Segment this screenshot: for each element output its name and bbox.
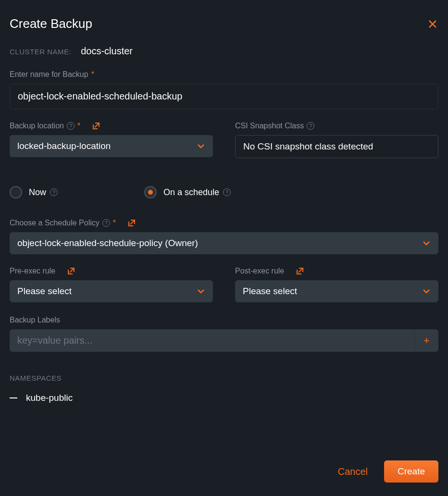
radio-now-label: Now: [29, 187, 46, 198]
schedule-mode-group: Now ? On a schedule ?: [10, 186, 438, 198]
pre-exec-label: Pre-exec rule: [10, 267, 213, 275]
post-exec-label: Post-exec rule: [235, 267, 438, 275]
create-backup-dialog: Create Backup CLUSTER NAME: docs-cluster…: [0, 0, 448, 496]
post-exec-field: Post-exec rule Please select: [235, 267, 438, 302]
help-icon[interactable]: ?: [50, 188, 58, 196]
backup-labels-field: Backup Labels +: [10, 316, 438, 352]
schedule-policy-value: object-lock-enabled-schedule-policy (Own…: [17, 238, 198, 248]
radio-on-schedule[interactable]: On a schedule ?: [144, 186, 231, 198]
required-mark: *: [77, 122, 80, 130]
help-icon[interactable]: ?: [102, 219, 110, 227]
close-icon: [428, 20, 437, 28]
external-link-icon[interactable]: [296, 267, 304, 275]
radio-icon: [10, 186, 22, 198]
csi-snapshot-field: CSI Snapshot Class ? No CSI snapshot cla…: [235, 122, 438, 158]
pre-exec-value: Please select: [17, 286, 72, 297]
csi-snapshot-value: No CSI snapshot class detected: [243, 141, 373, 152]
required-mark: *: [91, 70, 94, 79]
radio-icon: [144, 186, 157, 198]
external-link-icon[interactable]: [92, 122, 100, 130]
backup-name-input[interactable]: [10, 84, 438, 109]
cluster-name-row: CLUSTER NAME: docs-cluster: [10, 46, 438, 57]
chevron-down-icon: [422, 287, 431, 296]
close-button[interactable]: [427, 18, 438, 30]
help-icon[interactable]: ?: [307, 122, 314, 130]
minus-icon: [10, 397, 17, 398]
backup-location-value: locked-backup-location: [17, 141, 111, 151]
backup-name-field: Enter name for Backup*: [10, 70, 438, 109]
schedule-policy-select[interactable]: object-lock-enabled-schedule-policy (Own…: [10, 232, 438, 254]
plus-icon: +: [423, 335, 430, 347]
post-exec-value: Please select: [243, 286, 297, 297]
namespace-name: kube-public: [26, 393, 73, 403]
schedule-policy-label: Choose a Schedule Policy ?*: [10, 219, 438, 227]
chevron-down-icon: [422, 239, 431, 248]
radio-schedule-label: On a schedule: [163, 187, 219, 198]
help-icon[interactable]: ?: [67, 122, 75, 130]
create-button[interactable]: Create: [384, 460, 438, 483]
csi-snapshot-label: CSI Snapshot Class ?: [235, 122, 438, 130]
backup-location-label: Backup location ?*: [10, 122, 213, 130]
cluster-name-value: docs-cluster: [81, 46, 133, 57]
pre-exec-field: Pre-exec rule Please select: [10, 267, 213, 302]
cluster-name-label: CLUSTER NAME:: [10, 48, 71, 56]
help-icon[interactable]: ?: [223, 188, 231, 196]
pre-exec-select[interactable]: Please select: [10, 280, 213, 302]
dialog-title: Create Backup: [10, 16, 92, 31]
backup-labels-input[interactable]: [10, 329, 414, 352]
dialog-footer: Cancel Create: [10, 446, 438, 483]
backup-location-select[interactable]: locked-backup-location: [10, 135, 213, 157]
required-mark: *: [113, 219, 116, 227]
chevron-down-icon: [197, 287, 205, 296]
backup-name-label: Enter name for Backup*: [10, 70, 438, 79]
dialog-header: Create Backup: [10, 16, 438, 31]
external-link-icon[interactable]: [127, 219, 136, 227]
backup-location-field: Backup location ?* locked-backup-locatio…: [10, 122, 213, 158]
schedule-policy-field: Choose a Schedule Policy ?* object-lock-…: [10, 219, 438, 254]
chevron-down-icon: [197, 142, 205, 150]
csi-snapshot-select[interactable]: No CSI snapshot class detected: [235, 135, 438, 158]
external-link-icon[interactable]: [67, 267, 75, 275]
namespaces-heading: NAMESPACES: [10, 374, 438, 382]
post-exec-select[interactable]: Please select: [235, 280, 438, 302]
namespace-item[interactable]: kube-public: [10, 393, 438, 403]
backup-labels-label: Backup Labels: [10, 316, 438, 324]
cancel-button[interactable]: Cancel: [338, 466, 368, 477]
add-label-button[interactable]: +: [414, 329, 438, 352]
radio-now[interactable]: Now ?: [10, 186, 58, 198]
